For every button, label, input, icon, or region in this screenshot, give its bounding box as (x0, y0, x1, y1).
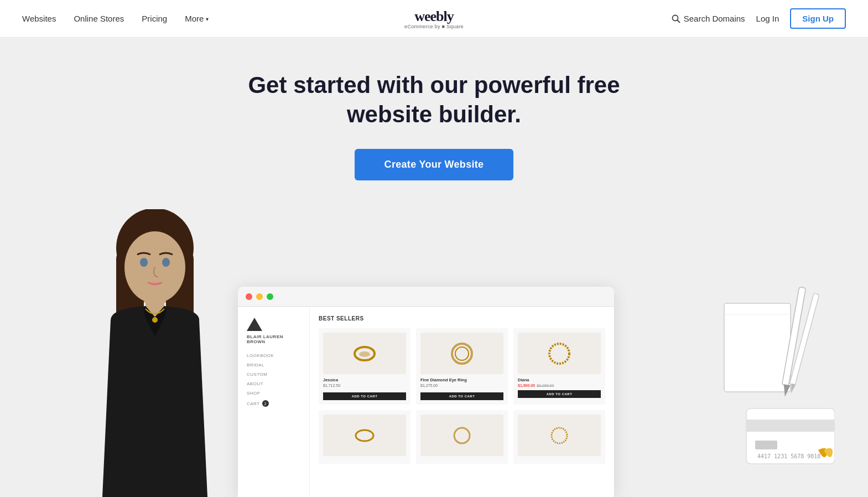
browser-dot-maximize (267, 293, 273, 300)
navbar: Websites Online Stores Pricing More ▾ we… (0, 0, 868, 38)
svg-point-16 (356, 430, 373, 441)
cart-badge: 2 (262, 400, 269, 407)
browser-dot-minimize (256, 293, 263, 300)
svg-point-8 (162, 258, 170, 267)
product-image (323, 333, 406, 374)
sidebar-nav-custom[interactable]: CUSTOM (247, 372, 300, 377)
svg-point-10 (152, 317, 158, 323)
svg-rect-26 (746, 420, 835, 432)
product-name: Jessica (323, 377, 406, 382)
product-image (420, 415, 503, 456)
nav-link-more[interactable]: More ▾ (185, 14, 209, 23)
sidebar-nav-lookbook[interactable]: LOOKBOOK (247, 353, 300, 358)
browser-sidebar: BLAIR LAUREN BROWN LOOKBOOK BRIDAL CUSTO… (238, 307, 310, 497)
product-pricing: $1,900.00 $3,299.00 (518, 384, 601, 387)
hero-headline: Get started with our powerful free websi… (248, 71, 620, 129)
nav-left: Websites Online Stores Pricing More ▾ (22, 14, 209, 23)
product-card (513, 410, 605, 464)
svg-point-18 (552, 428, 567, 443)
nav-link-online-stores[interactable]: Online Stores (74, 14, 124, 23)
product-name: Diana (518, 377, 601, 382)
sidebar-nav-shop[interactable]: SHOP (247, 391, 300, 396)
add-to-cart-button[interactable]: ADD TO CART (420, 392, 503, 400)
product-card (319, 410, 410, 464)
svg-line-1 (677, 20, 679, 22)
sidebar-nav-about[interactable]: ABOUT (247, 381, 300, 386)
search-domains-label: Search Domains (684, 14, 745, 23)
signup-button[interactable]: Sign Up (790, 8, 846, 29)
logo-subtext: eCommerce by ■ Square (404, 24, 464, 29)
product-name: Fine Diamond Eye Ring (420, 377, 503, 382)
nav-right: Search Domains Log In Sign Up (672, 8, 846, 29)
hero-section: Get started with our powerful free websi… (0, 38, 868, 497)
product-image (420, 333, 503, 374)
svg-point-15 (549, 344, 569, 364)
sidebar-nav-cart[interactable]: CART 2 (247, 400, 300, 407)
svg-rect-27 (755, 441, 777, 449)
site-brand-name: BLAIR LAUREN BROWN (247, 334, 300, 344)
product-card (416, 410, 508, 464)
product-grid-row2 (319, 410, 605, 464)
create-website-button[interactable]: Create Your Website (355, 149, 514, 180)
browser-mockup: BLAIR LAUREN BROWN LOOKBOOK BRIDAL CUSTO… (238, 287, 614, 497)
product-image (323, 415, 406, 456)
product-price: $1,275.00 (420, 384, 503, 387)
product-image (518, 333, 601, 374)
svg-point-14 (455, 347, 469, 360)
product-card: Fine Diamond Eye Ring $1,275.00 ADD TO C… (416, 328, 508, 405)
svg-point-17 (454, 428, 470, 443)
browser-bar (238, 287, 614, 307)
decoration-illustration: 4417 1231 5678 9010 (713, 287, 835, 480)
sidebar-nav-bridal[interactable]: BRIDAL (247, 363, 300, 367)
search-domains-link[interactable]: Search Domains (672, 14, 745, 23)
nav-link-websites[interactable]: Websites (22, 14, 56, 23)
logo-wordmark: weebly (404, 8, 464, 25)
product-grid: Jessica $1,712.50 ADD TO CART Fine Diamo… (319, 328, 605, 405)
browser-dot-close (246, 293, 252, 300)
add-to-cart-button[interactable]: ADD TO CART (323, 392, 406, 400)
login-button[interactable]: Log In (756, 14, 779, 23)
product-orig-price: $3,299.00 (537, 384, 554, 387)
product-card: Jessica $1,712.50 ADD TO CART (319, 328, 410, 405)
product-image (518, 415, 601, 456)
svg-text:4417 1231 5678 9010: 4417 1231 5678 9010 (757, 453, 820, 459)
triangle-icon (247, 318, 262, 331)
browser-content: BLAIR LAUREN BROWN LOOKBOOK BRIDAL CUSTO… (238, 307, 614, 497)
site-brand-logo: BLAIR LAUREN BROWN (247, 318, 300, 344)
chevron-down-icon: ▾ (206, 16, 209, 22)
nav-link-pricing[interactable]: Pricing (142, 14, 167, 23)
svg-point-7 (140, 258, 148, 267)
person-image (66, 209, 243, 497)
site-logo[interactable]: weebly eCommerce by ■ Square (404, 8, 464, 29)
svg-point-12 (359, 351, 370, 357)
product-card: Diana $1,900.00 $3,299.00 ADD TO CART (513, 328, 605, 405)
add-to-cart-button[interactable]: ADD TO CART (518, 390, 601, 398)
section-title: BEST SELLERS (319, 315, 605, 322)
svg-rect-19 (724, 303, 791, 392)
product-price: $1,712.50 (323, 384, 406, 387)
search-icon (672, 14, 680, 23)
product-sale-price: $1,900.00 (518, 384, 535, 387)
browser-main: BEST SELLERS Jessica $1,712.50 ADD TO CA… (310, 307, 614, 497)
